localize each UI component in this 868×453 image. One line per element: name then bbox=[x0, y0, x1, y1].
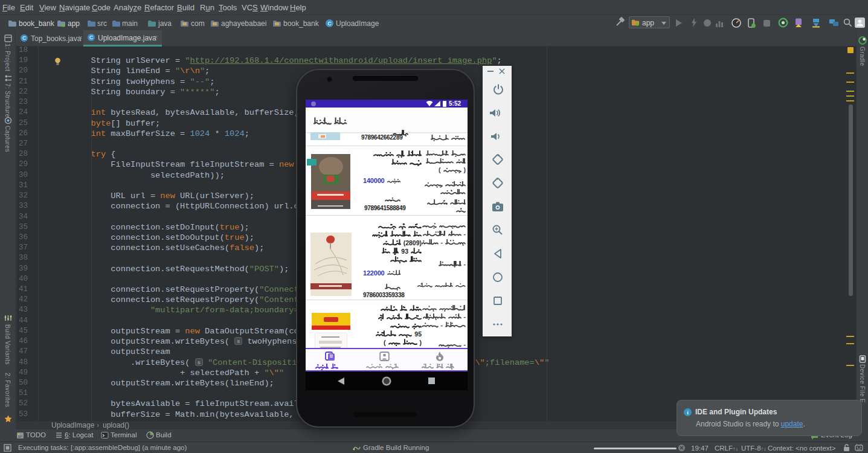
svg-text:C: C bbox=[22, 35, 26, 41]
svg-text:C: C bbox=[327, 21, 332, 27]
svg-text:C: C bbox=[89, 34, 93, 40]
